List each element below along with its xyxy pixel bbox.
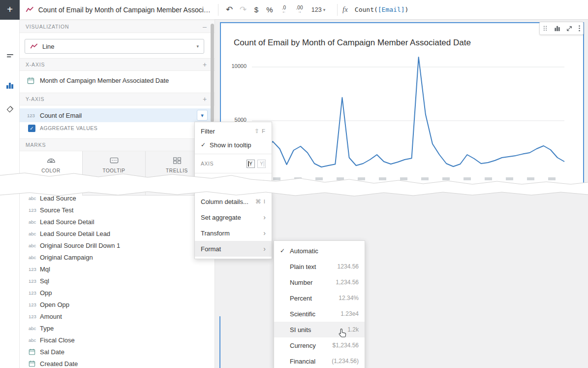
add-field-icon[interactable]: + bbox=[201, 95, 209, 103]
chevron-right-icon: › bbox=[263, 229, 266, 237]
increase-decimal-button[interactable]: .00 → bbox=[291, 0, 308, 20]
text-type-icon: abc bbox=[29, 326, 40, 331]
menu-divider bbox=[195, 154, 272, 154]
format-option-automatic[interactable]: ✓ Automatic bbox=[274, 243, 365, 259]
percent-format-button[interactable]: % bbox=[263, 0, 277, 20]
field-menu-button[interactable]: ▾ bbox=[197, 110, 208, 121]
chart-settings-icon[interactable] bbox=[554, 25, 561, 32]
menu-item-transform[interactable]: Transform › bbox=[195, 225, 272, 241]
expand-icon[interactable] bbox=[566, 25, 573, 32]
calendar-icon bbox=[27, 77, 40, 84]
chevron-right-icon: › bbox=[263, 213, 266, 221]
tooltip-icon bbox=[109, 155, 120, 167]
aggregate-values-toggle[interactable]: ✓ AGGREGATE VALUES bbox=[28, 124, 97, 132]
tab-color[interactable]: COLOR bbox=[20, 151, 83, 196]
number-type-icon: 123 bbox=[29, 290, 40, 296]
element-title: Count of Email by Month of Campaign Memb… bbox=[38, 6, 212, 14]
format-option-si-units[interactable]: SI units 1.2k bbox=[274, 322, 365, 337]
menu-item-column-details[interactable]: Column details... ⌘ I bbox=[195, 194, 272, 209]
checkbox-checked[interactable]: ✓ bbox=[28, 125, 35, 132]
trellis-grid-icon bbox=[172, 155, 183, 167]
element-config-panel: VISUALIZATION – Line ▾ X-AXIS + Month of… bbox=[20, 20, 215, 368]
left-icon-rail bbox=[0, 20, 20, 368]
number-format-dropdown[interactable]: 123 ▾ bbox=[308, 0, 329, 20]
format-option-financial[interactable]: Financial (1,234.56) bbox=[274, 353, 365, 368]
panel-scrollbar[interactable] bbox=[211, 24, 214, 122]
format-option-number[interactable]: Number 1,234.56 bbox=[274, 274, 365, 290]
marks-tabs: COLOR TOOLTIP TRELLIS bbox=[20, 151, 209, 196]
text-type-icon: abc bbox=[29, 231, 40, 236]
format-option-plain-text[interactable]: Plain text 1234.56 bbox=[274, 259, 365, 274]
y-axis-field-selected[interactable]: 123 Count of Email ▾ bbox=[20, 108, 212, 122]
menu-divider bbox=[195, 173, 272, 173]
number-type-icon: 123 bbox=[29, 302, 40, 307]
format-option-percent[interactable]: Percent 12.34% bbox=[274, 290, 365, 306]
number-type-icon: 123 bbox=[29, 207, 40, 213]
column-list-item[interactable]: abc Fiscal Close bbox=[20, 334, 215, 346]
plus-icon: + bbox=[7, 4, 13, 15]
chart-element[interactable]: Count of Email by Month of Campaign Memb… bbox=[220, 22, 584, 186]
column-list-item[interactable]: abc Original Campaign bbox=[20, 251, 215, 263]
menu-item-filter[interactable]: Filter ⇧ F bbox=[195, 124, 272, 138]
plus-icon: + bbox=[262, 178, 266, 186]
toolbar-divider bbox=[337, 4, 338, 16]
column-context-menu: Filter ⇧ F ✓ Show in tooltip AXIS Y Y Ad… bbox=[194, 122, 272, 186]
chart-title: Count of Email by Month of Campaign Memb… bbox=[234, 38, 471, 48]
menu-item-show-in-tooltip[interactable]: ✓ Show in tooltip bbox=[195, 138, 272, 152]
check-icon: ✓ bbox=[30, 126, 33, 131]
text-type-icon: abc bbox=[29, 255, 40, 260]
format-option-currency[interactable]: Currency $1,234.56 bbox=[274, 337, 365, 353]
kebab-menu-icon[interactable] bbox=[578, 25, 581, 32]
undo-button[interactable]: ↶ bbox=[222, 0, 236, 20]
visualization-section-header[interactable]: VISUALIZATION – bbox=[20, 20, 215, 33]
decrease-decimal-button[interactable]: .0 ← bbox=[277, 0, 291, 20]
column-list-item[interactable]: 123 Amount bbox=[20, 310, 215, 322]
x-axis-labels-cropped bbox=[252, 177, 564, 180]
x-axis-field[interactable]: Month of Campaign Member Associated Date bbox=[20, 73, 212, 88]
format-option-scientific[interactable]: Scientific 1.23e4 bbox=[274, 306, 365, 322]
collapse-icon[interactable]: – bbox=[201, 23, 209, 31]
column-list-item[interactable]: abc Original Source Drill Down 1 bbox=[20, 239, 215, 251]
add-field-icon[interactable]: + bbox=[201, 61, 209, 68]
calendar-icon bbox=[29, 360, 40, 367]
column-list-item[interactable]: abc Lead Source bbox=[20, 192, 215, 204]
column-list-item[interactable]: 123 Source Test bbox=[20, 204, 215, 216]
toolbar: + Count of Email by Month of Campaign Me… bbox=[0, 0, 588, 20]
currency-format-button[interactable]: $ bbox=[250, 0, 263, 20]
number-type-icon: 123 bbox=[29, 278, 40, 284]
redo-button[interactable]: ↷ bbox=[236, 0, 250, 20]
viz-type-dropdown[interactable]: Line ▾ bbox=[25, 39, 204, 54]
column-list-item[interactable]: 123 Sql bbox=[20, 275, 215, 287]
column-list-item[interactable]: 123 Opp bbox=[20, 287, 215, 299]
check-icon: ✓ bbox=[280, 247, 290, 254]
axis-right-button[interactable]: Y bbox=[257, 160, 266, 168]
outline-panel-icon[interactable] bbox=[5, 51, 14, 60]
column-list-item[interactable]: abc Lead Source Detail Lead bbox=[20, 228, 215, 239]
menu-item-set-aggregate[interactable]: Set aggregate › bbox=[195, 209, 272, 225]
axis-left-button[interactable]: Y bbox=[247, 160, 255, 168]
column-list-item[interactable]: 123 Open Opp bbox=[20, 299, 215, 310]
column-list-item[interactable]: Sal Date bbox=[20, 346, 215, 358]
drag-handle-icon[interactable] bbox=[542, 25, 548, 32]
tab-tooltip[interactable]: TOOLTIP bbox=[83, 151, 146, 196]
number-type-icon: 123 bbox=[29, 314, 40, 319]
menu-item-add-new-column[interactable]: Add new column... + bbox=[195, 175, 272, 188]
element-title-group[interactable]: Count of Email by Month of Campaign Memb… bbox=[20, 5, 218, 14]
column-context-menu-continued: Column details... ⌘ I Set aggregate › Tr… bbox=[194, 191, 272, 259]
column-list-item[interactable]: 123 Mql bbox=[20, 263, 215, 275]
caret-down-icon: ▾ bbox=[201, 112, 204, 119]
arrow-right-icon: → bbox=[298, 10, 302, 14]
text-type-icon: abc bbox=[29, 337, 40, 343]
column-list: abc Lead Source 123 Source Test abc Lead… bbox=[20, 192, 215, 368]
column-list-item[interactable]: abc Type bbox=[20, 322, 215, 334]
tag-icon[interactable] bbox=[5, 105, 14, 114]
marks-section-header: MARKS bbox=[20, 138, 215, 151]
menu-item-format[interactable]: Format › bbox=[195, 241, 272, 257]
element-mini-toolbar bbox=[539, 22, 584, 35]
add-element-button[interactable]: + bbox=[0, 0, 20, 20]
color-icon bbox=[46, 155, 57, 167]
element-panel-icon-active[interactable] bbox=[5, 81, 14, 90]
formula-bar[interactable]: Count([Email]) bbox=[355, 6, 409, 13]
column-list-item[interactable]: abc Lead Source Detail bbox=[20, 216, 215, 228]
column-list-item[interactable]: Created Date bbox=[20, 358, 215, 368]
